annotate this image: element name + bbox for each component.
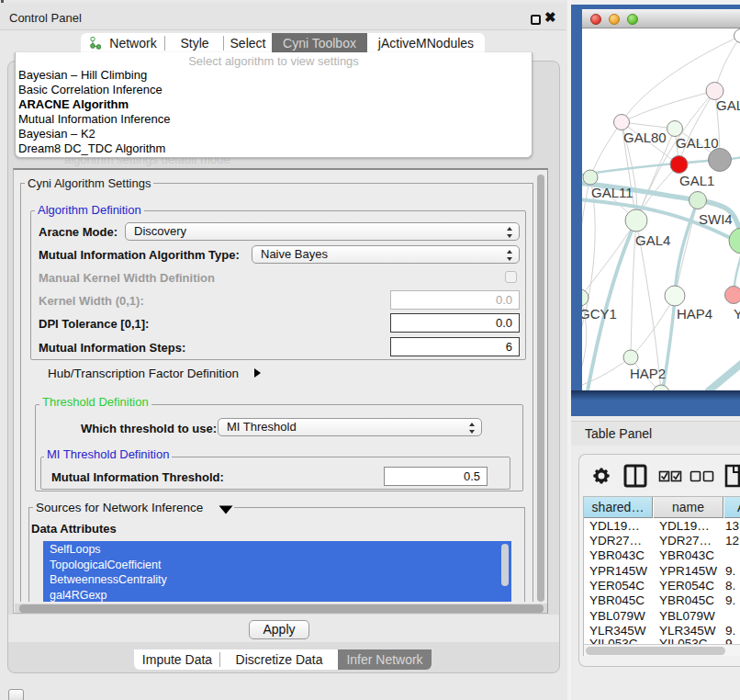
svg-text:GAL11: GAL11: [591, 185, 633, 200]
svg-text:GCY1: GCY1: [582, 306, 617, 322]
svg-text:Y: Y: [734, 306, 740, 322]
svg-text:GAL4: GAL4: [635, 232, 670, 248]
svg-text:HAP2: HAP2: [630, 366, 666, 381]
svg-text:SWI4: SWI4: [699, 211, 733, 227]
svg-text:GAL10: GAL10: [676, 135, 719, 151]
svg-text:GAL1: GAL1: [679, 173, 714, 188]
svg-text:GAL: GAL: [716, 97, 740, 113]
svg-text:GAL80: GAL80: [623, 130, 667, 145]
svg-text:HAP4: HAP4: [677, 306, 712, 322]
